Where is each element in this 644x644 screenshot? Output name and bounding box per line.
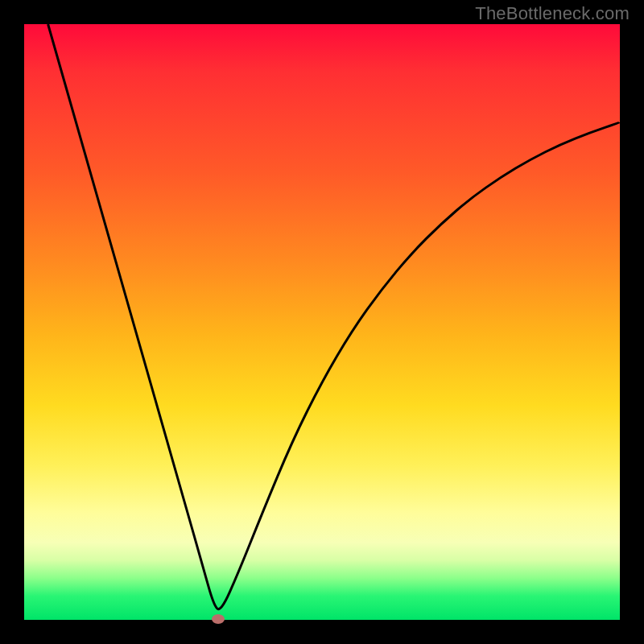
- curve-path: [48, 24, 620, 609]
- minimum-marker: [212, 614, 225, 624]
- bottleneck-curve: [24, 24, 620, 620]
- watermark-text: TheBottleneck.com: [475, 3, 630, 24]
- plot-area: [24, 24, 620, 620]
- chart-frame: TheBottleneck.com: [0, 0, 644, 644]
